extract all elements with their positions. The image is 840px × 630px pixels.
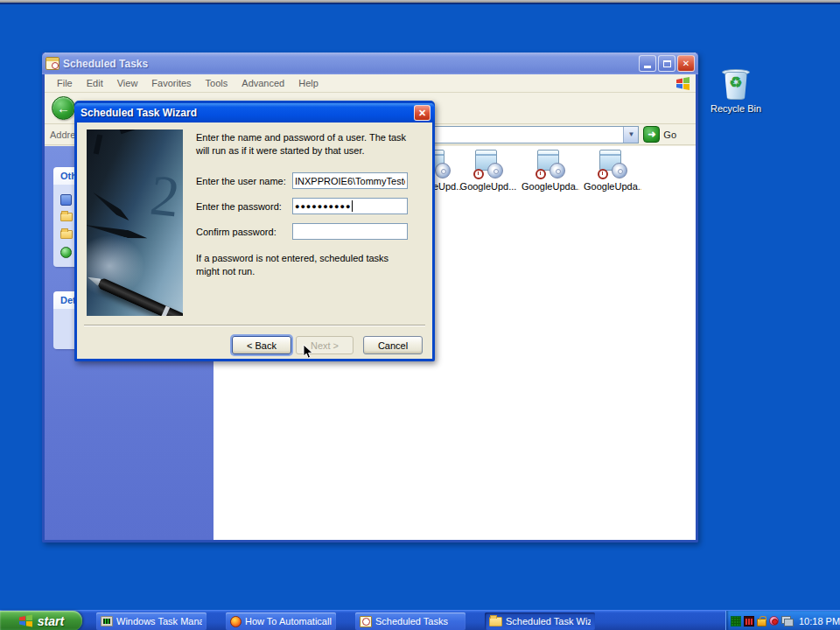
scheduled-task-icon (472, 150, 504, 179)
task-item[interactable]: GoogleUpd... (459, 150, 517, 192)
scheduled-task-icon (535, 150, 566, 179)
dialog-close-button[interactable]: ✕ (414, 105, 430, 121)
taskbar: start Windows Task Manager How To Automa… (0, 610, 840, 630)
menu-help[interactable]: Help (291, 76, 326, 90)
notification-icon[interactable] (769, 616, 779, 626)
menu-advanced[interactable]: Advanced (234, 76, 291, 90)
mouse-cursor (303, 344, 313, 360)
task-manager-icon (101, 616, 113, 626)
task-item[interactable]: GoogleUpda... (522, 150, 579, 192)
recycle-bin-icon[interactable]: ♻ Recycle Bin (696, 66, 775, 114)
menu-bar: File Edit View Favorites Tools Advanced … (45, 74, 696, 93)
scheduled-tasks-window-icon (46, 57, 60, 70)
confirm-password-input[interactable] (295, 227, 405, 237)
taskbar-clock[interactable]: 10:18 PM (799, 616, 840, 626)
firefox-icon (230, 616, 242, 627)
maximize-button[interactable] (658, 55, 676, 72)
go-button[interactable]: ➜ Go (643, 126, 676, 143)
network-icon[interactable] (781, 616, 794, 626)
security-alert-icon[interactable] (757, 619, 766, 626)
task-item[interactable]: GoogleUpda... (584, 150, 641, 192)
scheduled-task-icon (597, 150, 628, 179)
password-note-text: If a password is not entered, scheduled … (196, 252, 413, 278)
taskbar-button-scheduled-tasks[interactable]: Scheduled Tasks (355, 612, 466, 630)
start-button[interactable]: start (0, 611, 82, 630)
back-wizard-button[interactable]: < Back (232, 336, 291, 354)
dialog-titlebar[interactable]: Scheduled Task Wizard ✕ (74, 103, 435, 122)
scheduled-tasks-icon (360, 616, 372, 627)
address-dropdown-icon[interactable]: ▼ (623, 127, 638, 143)
folder-icon (489, 617, 502, 626)
menu-file[interactable]: File (50, 76, 80, 90)
taskbar-button-browser[interactable]: How To Automatically... (226, 612, 336, 630)
screen-top-strip (0, 0, 840, 4)
password-label: Enter the password: (196, 201, 292, 212)
scheduled-task-wizard-dialog: Scheduled Task Wizard ✕ 2 Enter the name… (74, 101, 435, 361)
start-label: start (38, 614, 64, 628)
text-caret (352, 200, 353, 212)
dialog-separator (84, 325, 425, 326)
taskbar-button-task-manager[interactable]: Windows Task Manager (96, 612, 206, 630)
start-flag-icon (18, 613, 33, 628)
username-label: Enter the user name: (196, 176, 292, 186)
recycle-bin-label: Recycle Bin (696, 103, 775, 114)
menu-edit[interactable]: Edit (80, 76, 110, 90)
windows-logo-icon (676, 76, 690, 91)
go-label: Go (663, 130, 676, 140)
folder-icon (60, 213, 73, 221)
folder-icon (60, 230, 73, 239)
menu-view[interactable]: View (110, 76, 145, 90)
cancel-wizard-button[interactable]: Cancel (363, 336, 423, 354)
resource-meter-icon[interactable] (744, 616, 754, 626)
back-button[interactable]: ← (52, 96, 75, 120)
cpu-meter-icon[interactable] (731, 616, 741, 626)
wizard-intro-text: Enter the name and password of a user. T… (196, 131, 422, 158)
menu-tools[interactable]: Tools (199, 76, 235, 90)
close-button[interactable]: ✕ (677, 55, 695, 72)
username-input[interactable] (295, 176, 405, 186)
minimize-button[interactable] (639, 55, 656, 72)
password-input[interactable]: ●●●●●●●●●● (292, 198, 408, 214)
username-field-box (292, 172, 408, 189)
confirm-password-field-box (292, 223, 408, 240)
window-titlebar[interactable]: Scheduled Tasks ✕ (42, 52, 698, 74)
network-places-icon (60, 247, 72, 258)
control-panel-icon (60, 194, 72, 206)
window-title: Scheduled Tasks (63, 58, 639, 70)
menu-favorites[interactable]: Favorites (144, 76, 198, 90)
system-tray: 10:18 PM (725, 611, 840, 630)
recycle-bin-glyph: ♻ (721, 66, 751, 102)
confirm-password-label: Confirm password: (196, 227, 292, 237)
go-arrow-icon: ➜ (643, 126, 660, 143)
dialog-title: Scheduled Task Wizard (80, 107, 414, 119)
taskbar-button-task-wizard[interactable]: Scheduled Task Wizard (485, 612, 595, 630)
wizard-clock-pen-image: 2 (87, 130, 183, 316)
password-dots: ●●●●●●●●●● (295, 202, 351, 211)
